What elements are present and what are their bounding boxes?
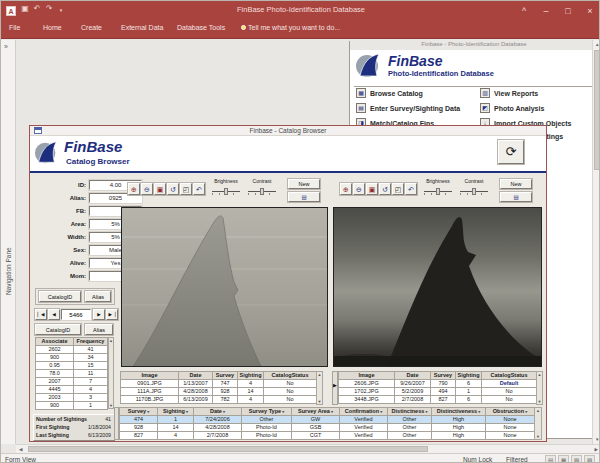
undo-edit-button[interactable]: ↶ [193,183,205,195]
brightness-slider[interactable] [424,187,452,196]
table-row[interactable]: 2606.JPG9/26/20077906Default [339,380,537,388]
crop-button[interactable]: ◰ [180,183,192,195]
table-row[interactable]: 0901.JPG1/13/20077474No [121,380,317,388]
table-row[interactable]: 928144/28/2008Photo-IdGSBVerifiedOtherHi… [120,424,535,432]
form-view-icon[interactable]: ▤ [545,455,556,463]
sort-alias-button[interactable]: Alias [85,291,111,302]
select-tool-button[interactable]: ▣ [154,183,166,195]
table-row[interactable]: 20033 [36,394,108,402]
contrast-slider[interactable] [248,187,276,196]
associates-scrollbar[interactable]: ▲ ▼ [108,337,114,409]
column-header[interactable]: Confirmation [340,408,388,416]
table-row[interactable]: 78.011 [36,370,108,378]
scroll-down-icon[interactable]: ▼ [595,437,599,442]
tab-database-tools[interactable]: Database Tools [177,24,225,31]
rotate-button[interactable]: ↺ [167,183,179,195]
tell-me-box[interactable]: Tell me what you want to do... [241,24,340,31]
previous-record-button[interactable]: ◀ [48,309,60,320]
sightings-table-scrollbar[interactable]: ▲ ▼ [534,407,542,440]
column-header[interactable]: Distinctiveness [432,408,486,416]
scroll-down-icon[interactable]: ▼ [109,403,113,408]
column-header[interactable]: Sighting [158,408,194,416]
right-table-scrollbar[interactable]: ▲ ▼ [536,371,543,405]
export-photo-button[interactable]: ▤ [500,192,532,202]
table-row[interactable]: 0.9515 [36,362,108,370]
table-row[interactable]: 47417/24/2006OtherGWVerifiedOtherHighNon… [120,416,535,424]
scroll-up-icon[interactable]: ▲ [595,42,599,47]
scroll-down-icon[interactable]: ▼ [317,399,322,404]
column-header[interactable]: Survey [120,408,158,416]
crop-button[interactable]: ◰ [392,183,404,195]
scroll-down-icon[interactable]: ▼ [535,434,541,439]
filtered-indicator[interactable]: Filtered [506,456,528,463]
left-table-scrollbar[interactable]: ▲ ▼ [316,371,323,405]
table-row[interactable]: 20077 [36,378,108,386]
scroll-left-icon[interactable]: ◀ [19,447,22,452]
table-row[interactable]: 9001 [36,402,108,410]
sort-catalogid-button[interactable]: CatalogID [39,291,81,302]
tab-external-data[interactable]: External Data [121,24,163,31]
table-row[interactable]: 1702.JPG5/2/20094941No [339,388,537,396]
design-view-icon[interactable]: ▨ [584,455,595,463]
scroll-down-icon[interactable]: ▼ [537,399,542,404]
table-row[interactable]: 260241 [36,346,108,354]
record-number-field[interactable]: 5466 [61,309,91,320]
select-tool-button[interactable]: ▣ [366,183,378,195]
datasheet-view-icon[interactable]: ▦ [558,455,569,463]
ribbon-options-icon[interactable]: ^ [513,1,535,21]
menu-enter-survey[interactable]: Enter Survey/Sighting Data [370,105,460,112]
column-header[interactable]: Distinctness [388,408,432,416]
contrast-slider[interactable] [460,187,488,196]
refresh-button[interactable]: ⟳ [498,140,524,164]
left-fin-photo[interactable] [121,207,328,367]
menu-photo-analysis[interactable]: Photo Analysis [494,105,544,112]
scrollbar-thumb[interactable] [28,446,428,452]
vertical-scrollbar[interactable]: ▲ ▼ [592,40,600,444]
column-header[interactable]: Obstruction [486,408,535,416]
browser-title-bar[interactable]: Finbase - Catalog Browser [30,126,546,136]
table-row[interactable]: 1170B.JPG6/13/20097824No [121,396,317,404]
expand-pane-icon[interactable]: » [4,43,8,50]
table-row[interactable]: 90034 [36,354,108,362]
brightness-slider[interactable] [212,187,240,196]
undo-edit-button[interactable]: ↶ [405,183,417,195]
table-row[interactable]: 111A.JPG4/28/200892814No [121,388,317,396]
scroll-up-icon[interactable]: ▲ [317,372,322,377]
table-row[interactable]: 44454 [36,386,108,394]
table-row[interactable]: 3448.JPG2/7/20088276No [339,396,537,404]
column-header[interactable]: Date [194,408,242,416]
zoom-in-button[interactable]: ⊕ [340,183,352,195]
export-photo-button[interactable]: ▤ [288,192,320,202]
first-record-button[interactable]: ▏◀ [35,309,47,320]
new-photo-button[interactable]: New [288,179,320,189]
next-record-button[interactable]: ▶ [93,309,105,320]
tab-create[interactable]: Create [81,24,102,31]
table-row[interactable]: 82742/7/2008Photo-IdCGTVerifiedOtherHigh… [120,432,535,440]
scroll-up-icon[interactable]: ▲ [109,338,113,343]
scroll-up-icon[interactable]: ▲ [537,372,542,377]
menu-view-reports[interactable]: View Reports [494,90,538,97]
associates-catalogid-button[interactable]: CatalogID [35,324,81,335]
horizontal-scrollbar[interactable]: ◀ ▶ [16,444,600,453]
right-fin-photo[interactable] [333,207,542,367]
restore-icon[interactable]: □ [557,1,579,21]
zoom-in-button[interactable]: ⊕ [128,183,140,195]
zoom-out-button[interactable]: ⊖ [353,183,365,195]
close-icon[interactable]: × [579,1,600,21]
tab-home[interactable]: Home [43,24,62,31]
minimize-icon[interactable]: – [535,1,557,21]
rotate-button[interactable]: ↺ [379,183,391,195]
zoom-out-button[interactable]: ⊖ [141,183,153,195]
column-header[interactable]: Survey Type [242,408,292,416]
scroll-up-icon[interactable]: ▲ [535,408,541,413]
menu-browse-catalog[interactable]: Browse Catalog [370,90,423,97]
last-record-button[interactable]: ▶▕ [106,309,118,320]
scroll-right-icon[interactable]: ▶ [595,447,598,452]
column-header[interactable]: Survey Area [292,408,340,416]
scrollbar-thumb[interactable] [594,50,600,170]
associates-alias-button[interactable]: Alias [85,324,113,335]
new-photo-button[interactable]: New [500,179,532,189]
navigation-pane-collapsed[interactable]: » Navigation Pane [1,40,16,444]
layout-view-icon[interactable]: ▧ [571,455,582,463]
tab-file[interactable]: File [9,24,20,31]
